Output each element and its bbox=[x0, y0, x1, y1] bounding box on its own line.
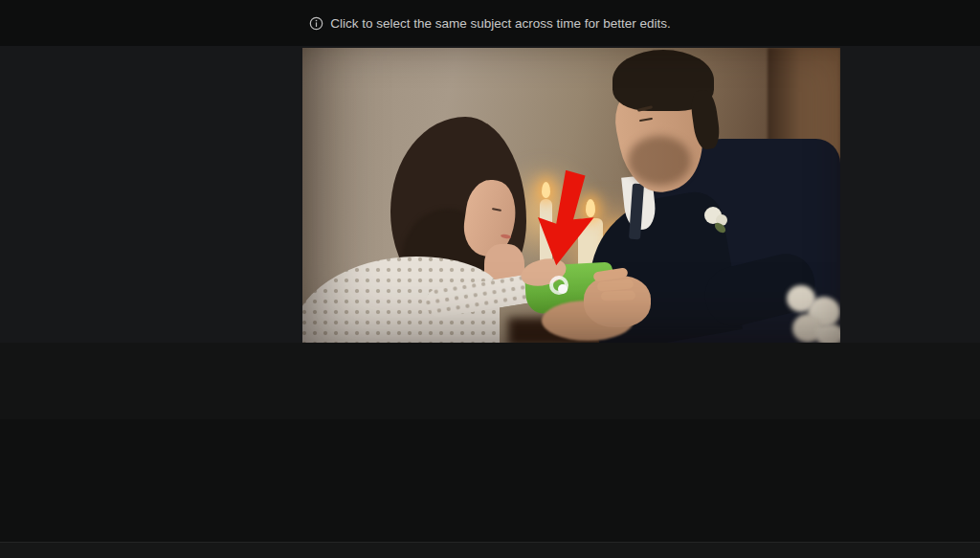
hint-text: Click to select the same subject across … bbox=[330, 16, 671, 31]
toolbar-section: Add Selection Reduce Selection bbox=[0, 343, 980, 419]
info-icon bbox=[309, 16, 323, 31]
app-window: Click to select the same subject across … bbox=[0, 0, 980, 558]
bottom-strip bbox=[0, 542, 980, 558]
video-canvas bbox=[0, 46, 980, 343]
selection-point-marker bbox=[549, 276, 568, 295]
hint-bar: Click to select the same subject across … bbox=[0, 0, 980, 46]
timeline-section bbox=[0, 419, 980, 542]
video-frame[interactable] bbox=[302, 48, 840, 343]
red-down-arrow bbox=[523, 166, 605, 272]
